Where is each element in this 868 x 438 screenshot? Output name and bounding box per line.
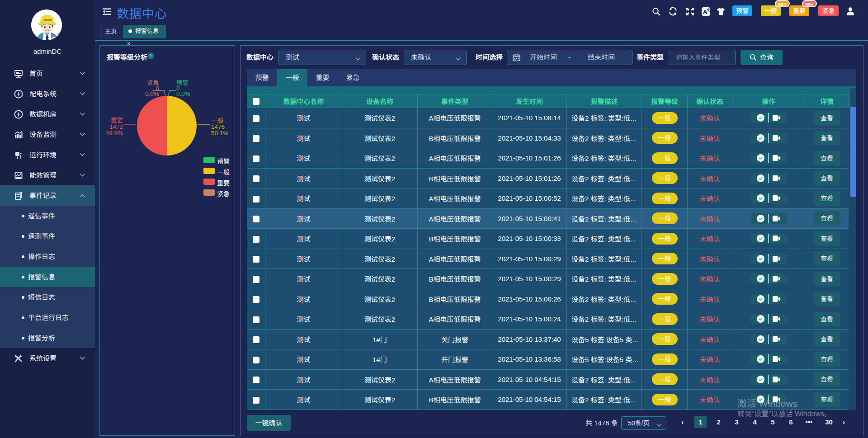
svg-text:Acrel: Acrel	[43, 18, 52, 22]
svg-text:文: 文	[706, 8, 711, 12]
